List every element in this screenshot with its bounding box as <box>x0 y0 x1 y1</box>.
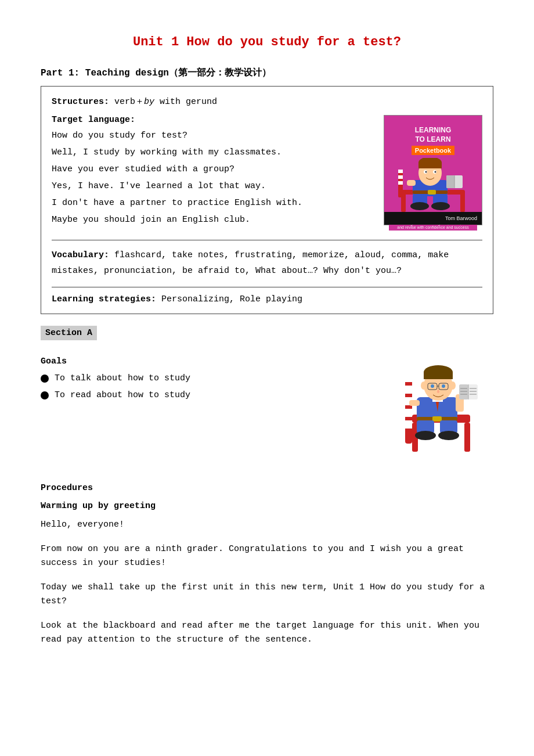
target-language-section: Target language: How do you study for te… <box>52 115 482 232</box>
svg-point-64 <box>442 384 445 388</box>
structures-value: verb＋by with gerund <box>114 97 217 107</box>
dialog-line-4: Yes, I have. I've learned a lot that way… <box>52 181 372 191</box>
svg-rect-39 <box>432 416 442 422</box>
body-text-2: From now on you are a ninth grader. Cong… <box>41 542 493 570</box>
goal-1-text: To talk about how to study <box>55 373 190 383</box>
svg-rect-28 <box>405 386 412 394</box>
svg-point-59 <box>450 381 456 390</box>
dialog-line-6: Maybe you should join an English club. <box>52 215 372 225</box>
goals-title: Goals <box>41 357 389 366</box>
svg-rect-47 <box>459 384 468 399</box>
goal-item-2: To read about how to study <box>41 390 389 400</box>
book-author: Tom Barwood <box>445 215 477 221</box>
warming-up-title: Warming up by greeting <box>41 501 493 511</box>
procedures-section: Procedures Warming up by greeting Hello,… <box>41 483 493 647</box>
book-bottom-bar: Tom Barwood <box>384 212 482 225</box>
svg-point-43 <box>438 431 459 440</box>
svg-point-12 <box>410 202 429 210</box>
vocabulary-row: Vocabulary: flashcard, take notes, frust… <box>52 240 482 279</box>
svg-point-13 <box>431 202 450 210</box>
vocabulary-label: Vocabulary: <box>52 250 109 260</box>
structures-label: Structures: <box>52 97 109 107</box>
dialog-line-3: Have you ever studied with a group? <box>52 164 372 174</box>
svg-rect-5 <box>398 175 403 179</box>
book-cover: LEARNINGTO LEARN Pocketbook <box>384 115 482 225</box>
person-svg <box>402 357 492 473</box>
vocabulary-value: flashcard, take notes, frustrating, memo… <box>52 250 449 276</box>
section-a-label: Section A <box>41 326 97 340</box>
learning-strategies-value: Personalizing, Role playing <box>161 294 302 304</box>
svg-rect-21 <box>418 163 442 168</box>
svg-rect-31 <box>405 420 412 429</box>
goal-item-1: To talk about how to study <box>41 373 389 383</box>
dialog-line-2: Well, I study by working with my classma… <box>52 147 372 157</box>
dialog-line-1: How do you study for test? <box>52 131 372 141</box>
svg-rect-17 <box>446 175 454 188</box>
svg-rect-34 <box>464 423 470 452</box>
svg-point-58 <box>421 381 427 390</box>
page-title: Unit 1 How do you study for a test? <box>41 35 493 49</box>
svg-rect-6 <box>398 181 403 185</box>
target-language-label: Target language: <box>52 115 372 125</box>
body-text-3: Today we shall take up the first unit in… <box>41 581 493 609</box>
goals-section: Goals To talk about how to study To read… <box>41 357 493 473</box>
svg-rect-14 <box>407 180 416 186</box>
svg-point-24 <box>425 171 427 173</box>
book-character-svg <box>395 158 471 216</box>
body-text-1: Hello, everyone! <box>41 518 493 532</box>
svg-point-63 <box>431 384 434 388</box>
target-language-text: Target language: How do you study for te… <box>52 115 372 232</box>
dialog-line-5: I don't have a partner to practice Engli… <box>52 198 372 208</box>
goal-2-text: To read about how to study <box>55 390 190 400</box>
bullet-1 <box>41 375 49 383</box>
reading-person-image <box>400 357 493 473</box>
svg-rect-44 <box>409 400 420 406</box>
svg-point-25 <box>435 171 436 173</box>
bullet-2 <box>41 391 49 399</box>
section-a-wrapper: Section A <box>41 326 493 351</box>
svg-rect-2 <box>460 192 465 212</box>
svg-rect-9 <box>428 190 436 195</box>
svg-rect-4 <box>398 170 403 173</box>
svg-rect-27 <box>405 374 412 382</box>
svg-rect-57 <box>424 372 453 379</box>
goals-text: Goals To talk about how to study To read… <box>41 357 389 473</box>
svg-point-42 <box>415 431 436 440</box>
book-title: LEARNINGTO LEARN <box>392 126 474 144</box>
teaching-design-box: Structures: verb＋by with gerund Target l… <box>41 86 493 314</box>
svg-rect-30 <box>405 409 412 417</box>
learning-strategies-row: Learning strategies: Personalizing, Role… <box>52 287 482 304</box>
learning-strategies-label: Learning strategies: <box>52 294 156 304</box>
part1-heading: Part 1: Teaching design（第一部分：教学设计） <box>41 67 493 79</box>
book-pocketbook-label: Pocketbook <box>412 146 454 155</box>
structures-row: Structures: verb＋by with gerund <box>52 96 482 107</box>
body-text-4: Look at the blackboard and read after me… <box>41 619 493 647</box>
procedures-title: Procedures <box>41 483 493 493</box>
